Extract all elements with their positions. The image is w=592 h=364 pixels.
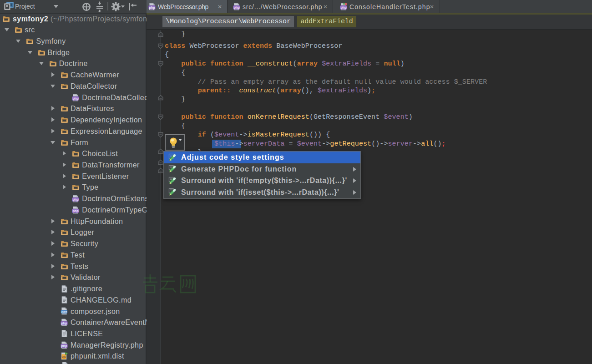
svg-text:php: php [61, 344, 67, 348]
svg-text:php: php [149, 6, 155, 10]
svg-text:php: php [73, 97, 79, 101]
svg-text:php: php [234, 6, 240, 10]
svg-text:json: json [61, 311, 67, 313]
svg-text:<>: <> [62, 355, 66, 359]
svg-text:php: php [73, 198, 79, 202]
svg-text:php: php [73, 209, 79, 213]
svg-text:php: php [341, 6, 347, 10]
svg-text:php: php [61, 322, 67, 325]
